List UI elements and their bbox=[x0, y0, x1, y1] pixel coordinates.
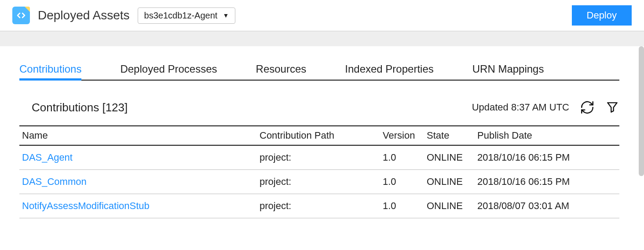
tab-bar: ContributionsDeployed ProcessesResources… bbox=[19, 59, 619, 81]
app-code-icon bbox=[12, 7, 30, 24]
row-date: 2018/10/16 06:15 PM bbox=[475, 170, 619, 194]
row-version: 1.0 bbox=[380, 145, 424, 170]
contributions-table: Name Contribution Path Version State Pub… bbox=[19, 125, 619, 218]
row-name-link[interactable]: DAS_Agent bbox=[19, 145, 257, 170]
deploy-button[interactable]: Deploy bbox=[572, 5, 632, 26]
row-name-link[interactable]: NotifyAssessModificationStub bbox=[19, 194, 257, 218]
tab-urn-mappings[interactable]: URN Mappings bbox=[472, 59, 544, 80]
tab-contributions[interactable]: Contributions bbox=[19, 59, 81, 80]
main-panel: ContributionsDeployed ProcessesResources… bbox=[0, 46, 639, 218]
row-path: project: bbox=[257, 194, 380, 218]
updated-timestamp: Updated 8:37 AM UTC bbox=[472, 102, 569, 113]
section-header: Contributions [123] Updated 8:37 AM UTC bbox=[19, 100, 619, 115]
row-name-link[interactable]: DAS_Common bbox=[19, 170, 257, 194]
col-header-version[interactable]: Version bbox=[380, 126, 424, 145]
table-row: DAS_Commonproject:1.0ONLINE2018/10/16 06… bbox=[19, 170, 619, 194]
row-state: ONLINE bbox=[424, 170, 475, 194]
table-row: DAS_Agentproject:1.0ONLINE2018/10/16 06:… bbox=[19, 145, 619, 170]
separator-strip bbox=[0, 31, 644, 46]
page-title: Deployed Assets bbox=[38, 8, 130, 22]
col-header-state[interactable]: State bbox=[424, 126, 475, 145]
row-path: project: bbox=[257, 145, 380, 170]
row-version: 1.0 bbox=[380, 194, 424, 218]
tab-indexed-properties[interactable]: Indexed Properties bbox=[345, 59, 433, 80]
scrollbar[interactable] bbox=[639, 46, 644, 176]
agent-selector[interactable]: bs3e1cdb1z-Agent ▼ bbox=[138, 7, 236, 24]
row-state: ONLINE bbox=[424, 194, 475, 218]
row-state: ONLINE bbox=[424, 145, 475, 170]
row-date: 2018/10/16 06:15 PM bbox=[475, 145, 619, 170]
refresh-icon[interactable] bbox=[580, 100, 595, 115]
filter-icon[interactable] bbox=[605, 100, 619, 114]
row-path: project: bbox=[257, 170, 380, 194]
tab-resources[interactable]: Resources bbox=[256, 59, 307, 80]
table-row: NotifyAssessModificationStubproject:1.0O… bbox=[19, 194, 619, 218]
col-header-path[interactable]: Contribution Path bbox=[257, 126, 380, 145]
agent-selected-label: bs3e1cdb1z-Agent bbox=[144, 11, 218, 21]
tab-deployed-processes[interactable]: Deployed Processes bbox=[120, 59, 217, 80]
row-date: 2018/08/07 03:01 AM bbox=[475, 194, 619, 218]
row-version: 1.0 bbox=[380, 170, 424, 194]
chevron-down-icon: ▼ bbox=[223, 12, 229, 19]
col-header-name[interactable]: Name bbox=[19, 126, 257, 145]
section-title: Contributions [123] bbox=[19, 101, 128, 114]
col-header-date[interactable]: Publish Date bbox=[475, 126, 619, 145]
topbar: Deployed Assets bs3e1cdb1z-Agent ▼ Deplo… bbox=[0, 0, 644, 31]
